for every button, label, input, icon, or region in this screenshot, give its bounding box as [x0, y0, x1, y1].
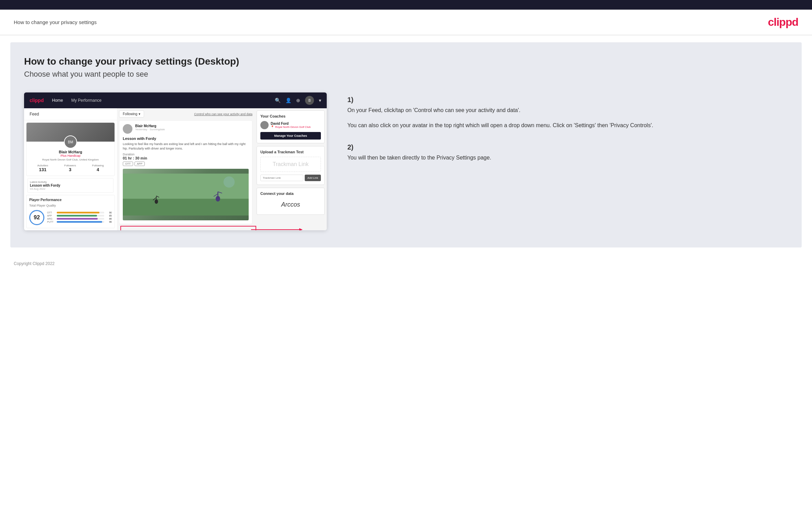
- app-navbar: clippd Home My Performance 🔍 👤 ⊕ B ▾: [24, 92, 327, 108]
- location-icon: 📍: [271, 125, 274, 129]
- search-icon[interactable]: 🔍: [275, 98, 281, 103]
- trackman-input-row: Add Link: [260, 175, 321, 181]
- trackman-card: Upload a Trackman Test Trackman Link Add…: [257, 146, 325, 185]
- pp-row: 92 OTT 90 APP: [29, 210, 112, 225]
- instruction-1: 1) On your Feed, click/tap on 'Control w…: [347, 96, 788, 130]
- coaches-card: Your Coaches David Ford 📍 Royal North De…: [257, 110, 325, 143]
- nav-my-performance[interactable]: My Performance: [71, 98, 101, 103]
- chevron-down-icon[interactable]: ▾: [319, 98, 321, 103]
- page-title: How to change your privacy settings (Des…: [24, 56, 788, 67]
- stat-following-value: 4: [92, 167, 104, 172]
- duration-label: Duration: [123, 153, 134, 156]
- tag-ott: OTT: [123, 162, 133, 166]
- header: How to change your privacy settings clip…: [0, 10, 812, 35]
- feed-tab[interactable]: Feed: [24, 108, 117, 120]
- golf-scene-svg: [123, 169, 249, 220]
- bar-ott-val: 90: [106, 211, 112, 214]
- step1-text-part1: On your Feed, click/tap on 'Control who …: [347, 106, 788, 115]
- nav-icons: 🔍 👤 ⊕ B ▾: [275, 96, 321, 105]
- profile-stats: Activities 131 Followers 3 Following 4: [26, 164, 115, 172]
- post-meta: Blair McHarg Yesterday · Sunningdale: [135, 124, 165, 131]
- coach-item: David Ford 📍 Royal North Devon Golf Club: [260, 121, 321, 129]
- app-feed: Following ▾ Control who can see your act…: [117, 108, 255, 230]
- bar-arg-fill: [57, 218, 98, 220]
- trackman-placeholder-label: Trackman Link: [260, 157, 321, 172]
- bar-putt-label: PUTT: [47, 221, 55, 223]
- svg-point-2: [224, 176, 235, 188]
- step1-number: 1): [347, 96, 788, 104]
- latest-activity-date: 03 Aug 2022: [30, 187, 111, 190]
- bar-app-fill: [57, 215, 97, 217]
- step2-text: You will then be taken directly to the P…: [347, 153, 788, 162]
- stat-followers: Followers 3: [64, 164, 76, 172]
- post-body: Looking to feel like my hands are exitin…: [123, 142, 249, 151]
- following-button[interactable]: Following ▾: [119, 110, 144, 118]
- svg-point-7: [216, 196, 220, 201]
- bar-arg-val: 86: [106, 218, 112, 220]
- plus-circle-icon[interactable]: ⊕: [296, 98, 300, 103]
- bar-arg: ARG 86: [47, 218, 112, 220]
- stat-activities-value: 131: [37, 167, 48, 172]
- stat-followers-value: 3: [64, 167, 76, 172]
- profile-subtitle: Plus Handicap: [26, 154, 115, 157]
- post-date: Yesterday · Sunningdale: [135, 128, 165, 131]
- coaches-card-title: Your Coaches: [260, 114, 321, 118]
- post-tags: OTT APP: [123, 162, 249, 166]
- tag-app: APP: [134, 162, 145, 166]
- coach-club-text: Royal North Devon Golf Club: [275, 125, 311, 129]
- pp-title: Player Performance: [29, 198, 112, 202]
- coach-avatar: [260, 121, 269, 129]
- breadcrumb: How to change your privacy settings: [14, 19, 97, 25]
- bar-app: APP 85: [47, 214, 112, 217]
- control-link[interactable]: Control who can see your activity and da…: [194, 112, 252, 116]
- instructions-panel: 1) On your Feed, click/tap on 'Control w…: [340, 92, 788, 176]
- avatar-nav[interactable]: B: [305, 96, 314, 105]
- latest-activity-label: Latest Activity: [30, 180, 111, 184]
- nav-home[interactable]: Home: [52, 98, 63, 103]
- coach-name: David Ford: [271, 122, 311, 125]
- profile-name: Blair McHarg: [26, 150, 115, 154]
- page-subtitle: Choose what you want people to see: [24, 70, 788, 79]
- stat-followers-label: Followers: [64, 164, 76, 167]
- top-bar: [0, 0, 812, 10]
- app-sidebar: Feed BM Blair McHarg Plus Handicap Royal…: [24, 108, 117, 230]
- profile-card: BM Blair McHarg Plus Handicap Royal Nort…: [26, 122, 115, 176]
- post-author-name: Blair McHarg: [135, 124, 165, 128]
- quality-circle: 92: [29, 210, 44, 225]
- content-row: clippd Home My Performance 🔍 👤 ⊕ B ▾ Fee…: [24, 92, 788, 230]
- app-body: Feed BM Blair McHarg Plus Handicap Royal…: [24, 108, 327, 230]
- bar-putt: PUTT 96: [47, 221, 112, 223]
- bar-arg-label: ARG: [47, 218, 55, 220]
- following-label: Following: [123, 112, 137, 116]
- instruction-2: 2) You will then be taken directly to th…: [347, 143, 788, 162]
- bar-arg-track: [57, 218, 104, 220]
- arccos-brand: Arccos: [260, 198, 321, 211]
- bar-app-track: [57, 215, 104, 217]
- manage-coaches-button[interactable]: Manage Your Coaches: [260, 132, 321, 140]
- footer: Copyright Clippd 2022: [0, 254, 812, 273]
- bar-app-label: APP: [47, 214, 55, 217]
- connect-data-title: Connect your data: [260, 191, 321, 196]
- stat-activities: Activities 131: [37, 164, 48, 172]
- duration-value: 01 hr : 30 min: [123, 156, 147, 160]
- step2-number: 2): [347, 143, 788, 151]
- bar-putt-val: 96: [106, 221, 112, 223]
- bar-app-val: 85: [106, 214, 112, 217]
- stat-following: Following 4: [92, 164, 104, 172]
- feed-post: Blair McHarg Yesterday · Sunningdale Les…: [119, 120, 252, 224]
- bar-ott: OTT 90: [47, 211, 112, 214]
- pp-bars: OTT 90 APP: [47, 211, 112, 224]
- bar-putt-fill: [57, 221, 102, 223]
- post-image: [123, 169, 249, 220]
- pp-quality-label: Total Player Quality: [29, 204, 112, 207]
- app-logo: clippd: [30, 98, 44, 103]
- player-performance: Player Performance Total Player Quality …: [26, 195, 115, 228]
- coach-info: David Ford 📍 Royal North Devon Golf Club: [271, 122, 311, 129]
- clippd-logo: clippd: [768, 16, 798, 29]
- latest-activity-name: Lesson with Fordy: [30, 184, 111, 187]
- person-icon[interactable]: 👤: [285, 98, 291, 103]
- bar-ott-track: [57, 212, 104, 213]
- add-link-button[interactable]: Add Link: [305, 175, 321, 181]
- trackman-link-input[interactable]: [260, 175, 303, 181]
- bar-ott-fill: [57, 212, 99, 213]
